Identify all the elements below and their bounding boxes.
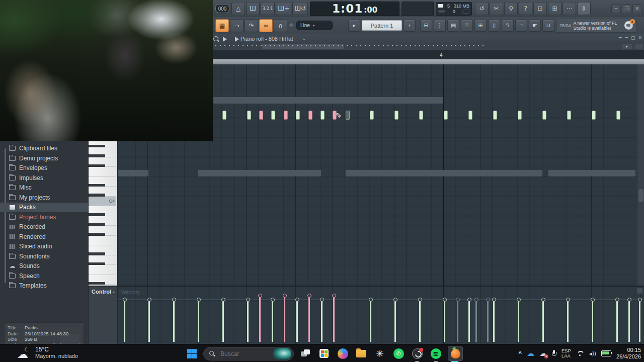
sidebar-item-templates[interactable]: Templates xyxy=(0,281,88,291)
sidebar-item-clipboard-files[interactable]: Clipboard files xyxy=(0,144,88,154)
sidebar-item-demo-projects[interactable]: Demo projects xyxy=(0,153,88,163)
note[interactable] xyxy=(419,111,423,120)
velocity-handle[interactable] xyxy=(173,300,175,342)
note[interactable] xyxy=(394,111,398,120)
velocity-handle[interactable] xyxy=(518,300,519,342)
piano-key-white[interactable] xyxy=(88,167,116,177)
wifi-icon[interactable] xyxy=(576,350,584,357)
velocity-handle[interactable] xyxy=(457,300,458,342)
sidebar-item-misc[interactable]: Misc xyxy=(0,183,88,193)
velocity-handle[interactable] xyxy=(148,300,150,342)
countdown-button[interactable]: 3.2.1 xyxy=(261,2,275,15)
task-view-icon[interactable] xyxy=(299,347,312,360)
sidebar-item-project-bones[interactable]: Project bones xyxy=(0,212,88,222)
velocity-handle[interactable] xyxy=(468,300,470,342)
triplet-button[interactable]: ⋮ xyxy=(434,20,446,32)
velocity-handle[interactable] xyxy=(493,300,495,342)
undo-button[interactable]: ↺ xyxy=(475,2,489,15)
blend-recording-button[interactable]: Ш+ xyxy=(276,2,291,15)
note[interactable] xyxy=(370,111,374,120)
paint-tool-button[interactable]: → xyxy=(230,19,244,32)
volume-icon[interactable]: ◂)) xyxy=(589,350,596,357)
note[interactable] xyxy=(271,111,275,120)
parameter-name[interactable]: Velocity xyxy=(121,289,140,295)
taskbar-search[interactable] xyxy=(203,347,294,360)
mixer-button[interactable]: ≣ xyxy=(461,20,473,32)
note[interactable] xyxy=(444,111,448,120)
velocity-handle[interactable] xyxy=(394,300,396,342)
weather-widget[interactable]: ☁☾ 15°C Mayorm. nublado xyxy=(17,346,78,359)
restore-button[interactable]: ❐ xyxy=(622,5,631,13)
shop-button[interactable]: ⊔ xyxy=(542,20,554,32)
piano-key-white[interactable] xyxy=(88,236,116,246)
feedback-button[interactable]: ⋯ xyxy=(562,2,576,15)
scroll-option-button[interactable] xyxy=(635,44,643,49)
zoom-icon[interactable] xyxy=(213,36,218,41)
search-highlight-image[interactable] xyxy=(273,348,291,359)
copilot-icon[interactable] xyxy=(336,347,349,360)
pattern-selector[interactable]: Pattern 1 xyxy=(362,20,402,31)
playlist-button[interactable]: ▤ xyxy=(447,20,459,32)
note[interactable] xyxy=(320,111,325,120)
add-pattern-button[interactable]: + xyxy=(404,20,416,32)
sidebar-item-impulses[interactable]: Impulses xyxy=(0,173,88,183)
note[interactable] xyxy=(592,111,596,120)
title-arrow-icon[interactable]: ▸ xyxy=(303,37,305,41)
spotify-icon[interactable]: ≋ xyxy=(429,347,442,360)
velocity-handle[interactable] xyxy=(284,296,285,342)
snap-knob[interactable] xyxy=(289,23,294,28)
sidebar-item-sliced-audio[interactable]: Sliced audio xyxy=(0,242,88,252)
velocity-handle[interactable] xyxy=(321,300,323,342)
stamp-tool-button[interactable]: ∩ xyxy=(274,19,287,32)
velocity-handle[interactable] xyxy=(628,300,630,342)
save-button[interactable]: ⊡ xyxy=(533,2,547,15)
link-tool-button[interactable]: ∞ xyxy=(259,19,273,32)
velocity-handle[interactable] xyxy=(333,296,335,342)
start-button[interactable] xyxy=(187,349,197,358)
loop-recording-button[interactable]: Ш↺ xyxy=(292,2,308,15)
slide-tool-button[interactable]: ↷ xyxy=(245,19,258,32)
note[interactable] xyxy=(308,111,312,120)
plugin-database-button[interactable]: ▯ xyxy=(488,20,500,32)
velocity-handle[interactable] xyxy=(542,300,544,342)
velocity-handle[interactable] xyxy=(222,300,224,342)
marker-button[interactable]: ⊟ xyxy=(420,20,432,32)
control-lane[interactable]: Velocity Control ▸ xyxy=(88,286,644,345)
scroll-right-button[interactable]: ▸ xyxy=(622,44,632,49)
chatgpt-icon[interactable]: ✳ xyxy=(373,347,386,360)
plugin-picker-button[interactable]: ϟ xyxy=(502,20,514,32)
clock-widget[interactable]: 00:15 26/4/2026 xyxy=(616,347,641,360)
pr-minimize-button[interactable]: ─ xyxy=(625,35,628,40)
metronome-button[interactable]: △ xyxy=(231,2,245,15)
close-button[interactable]: ✕ xyxy=(632,5,642,13)
control-expand-icon[interactable]: ▸ xyxy=(113,290,115,294)
piano-key-c4[interactable]: C4 xyxy=(88,197,116,207)
sidebar-item-rendered[interactable]: Rendered xyxy=(0,232,88,242)
note[interactable] xyxy=(222,111,226,120)
pr-maximize-button[interactable]: ▢ xyxy=(631,35,635,40)
note[interactable] xyxy=(616,111,620,120)
velocity-handle[interactable] xyxy=(487,300,489,342)
sidebar-item-envelopes[interactable]: Envelopes xyxy=(0,163,88,173)
velocity-handle[interactable] xyxy=(308,296,310,342)
cloud-error-icon[interactable]: ☁✕ xyxy=(539,350,547,357)
vscroll-thumb[interactable] xyxy=(638,189,643,202)
draw-tool-button[interactable]: ▦ xyxy=(215,19,229,32)
pr-close-button[interactable]: ✕ xyxy=(638,35,642,40)
note[interactable] xyxy=(284,111,288,120)
velocity-handle[interactable] xyxy=(592,300,593,342)
sidebar-item-sounds[interactable]: ☁Sounds xyxy=(0,261,88,272)
note[interactable] xyxy=(468,111,472,120)
velocity-handle[interactable] xyxy=(247,300,249,342)
obs-icon[interactable] xyxy=(411,347,424,360)
piano-roll-vscroll[interactable] xyxy=(637,64,644,286)
speaker-icon[interactable] xyxy=(223,37,229,42)
velocity-grid[interactable] xyxy=(117,287,644,345)
record-audio-button[interactable]: ⚲ xyxy=(504,2,518,15)
project-info-button[interactable]: ¬ xyxy=(515,20,527,32)
note[interactable] xyxy=(247,111,251,120)
export-button[interactable]: ⇩ xyxy=(577,2,591,15)
lane-option-button[interactable] xyxy=(637,288,642,294)
fl-studio-icon[interactable] xyxy=(448,346,463,361)
search-input[interactable] xyxy=(219,350,269,358)
